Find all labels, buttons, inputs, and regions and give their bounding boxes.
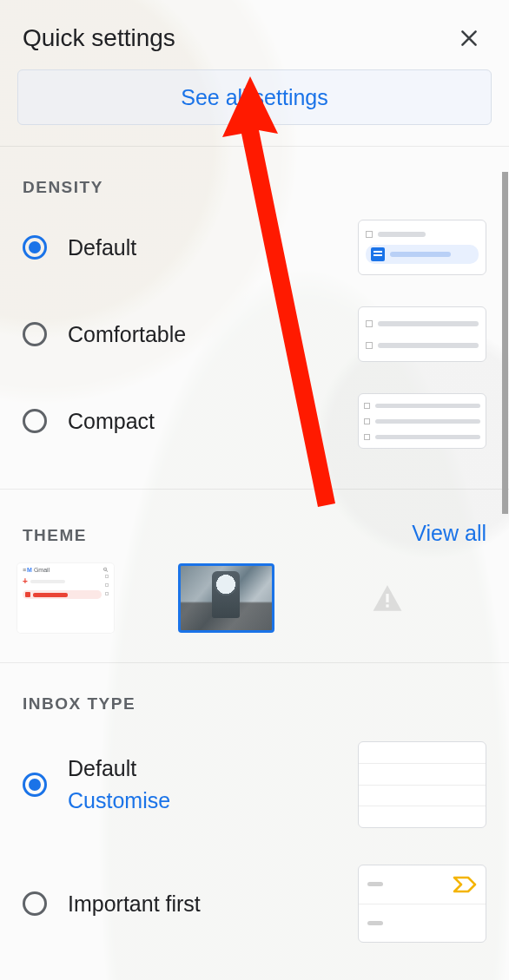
quick-settings-panel: Quick settings See all settings DENSITY …	[0, 0, 509, 980]
see-all-settings-button[interactable]: See all settings	[17, 69, 492, 125]
inbox-customise-link[interactable]: Customise	[68, 788, 337, 813]
theme-view-all-link[interactable]: View all	[412, 521, 486, 546]
close-icon	[458, 27, 480, 49]
inbox-label: Important first	[68, 891, 337, 917]
theme-option-light[interactable]: ≡ M Gmail 🔍︎ +	[17, 563, 114, 633]
svg-rect-0	[386, 594, 388, 602]
close-button[interactable]	[452, 21, 486, 56]
section-title-density: DENSITY	[23, 178, 103, 197]
important-marker-icon	[453, 876, 477, 893]
panel-title: Quick settings	[23, 24, 175, 52]
radio-icon	[23, 409, 47, 433]
section-title-theme: THEME	[23, 526, 87, 545]
inbox-preview-important	[358, 865, 486, 943]
density-option-comfortable[interactable]: Comfortable	[0, 291, 509, 378]
density-preview-default	[358, 220, 486, 275]
density-preview-comfortable	[358, 306, 486, 362]
panel-header: Quick settings	[0, 0, 509, 69]
inbox-option-default[interactable]: Default Customise	[0, 720, 509, 849]
inbox-preview-default	[358, 741, 486, 828]
density-label: Default	[68, 235, 337, 260]
section-theme: THEME View all ≡ M Gmail 🔍︎ +	[0, 489, 509, 662]
density-label: Compact	[68, 409, 337, 434]
theme-thumbnails: ≡ M Gmail 🔍︎ +	[0, 553, 509, 638]
section-density: DENSITY Default Comfortable Compact	[0, 146, 509, 489]
inbox-option-important-first[interactable]: Important first	[0, 849, 509, 964]
theme-option-placeholder[interactable]	[339, 563, 435, 633]
search-icon: 🔍︎	[102, 567, 109, 573]
density-option-default[interactable]: Default	[0, 204, 509, 291]
alert-triangle-icon	[370, 582, 405, 614]
density-preview-compact	[358, 393, 486, 449]
scrollbar-thumb[interactable]	[502, 172, 508, 514]
svg-rect-1	[386, 604, 388, 607]
see-all-container: See all settings	[0, 69, 509, 146]
radio-icon	[23, 891, 47, 916]
radio-icon	[23, 773, 47, 797]
theme-option-current[interactable]	[178, 563, 274, 633]
radio-icon	[23, 235, 47, 260]
density-option-compact[interactable]: Compact	[0, 378, 509, 464]
section-title-inbox-type: INBOX TYPE	[23, 694, 136, 714]
density-label: Comfortable	[68, 322, 337, 347]
inbox-label: Default	[68, 756, 337, 781]
radio-icon	[23, 322, 47, 346]
section-inbox-type: INBOX TYPE Default Customise Important f…	[0, 662, 509, 964]
